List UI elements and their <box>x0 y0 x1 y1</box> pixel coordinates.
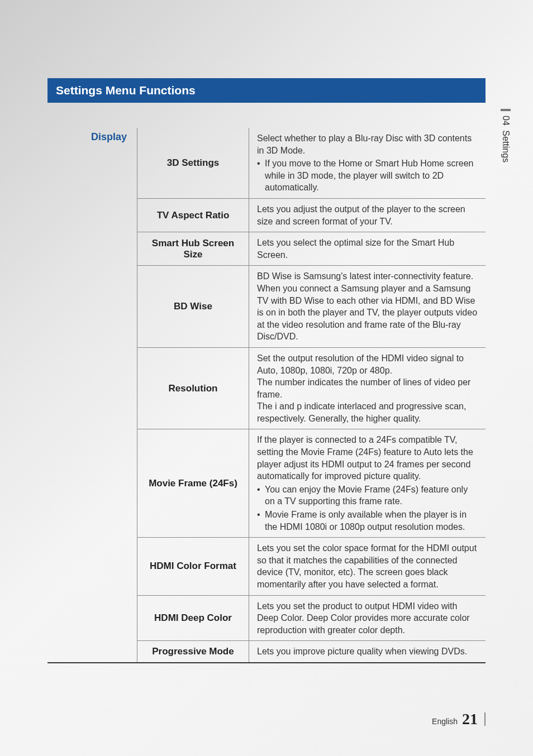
desc-text: If the player is connected to a 24Fs com… <box>257 434 478 482</box>
table-row: TV Aspect Ratio Lets you adjust the outp… <box>137 199 486 232</box>
side-tab-label: Settings <box>501 130 511 162</box>
page-footer: English 21 <box>432 710 486 728</box>
footer-divider-icon <box>484 712 486 726</box>
desc-bullet: You can enjoy the Movie Frame (24Fs) fea… <box>257 484 478 508</box>
setting-name-hdmi-deep: HDMI Deep Color <box>137 596 249 641</box>
setting-name-progressive: Progressive Mode <box>137 641 249 662</box>
table-row: 3D Settings Select whether to play a Blu… <box>137 128 486 199</box>
table-row: Progressive Mode Lets you improve pictur… <box>137 641 486 662</box>
table-row: BD Wise BD Wise is Samsung's latest inte… <box>137 266 486 348</box>
table-row: Movie Frame (24Fs) If the player is conn… <box>137 429 486 538</box>
settings-column: 3D Settings Select whether to play a Blu… <box>137 128 486 662</box>
category-label: Display <box>47 128 137 662</box>
table-row: HDMI Color Format Lets you set the color… <box>137 538 486 595</box>
setting-name-hdmi-color: HDMI Color Format <box>137 538 249 595</box>
side-tab: 04 Settings <box>501 109 511 162</box>
setting-desc-progressive: Lets you improve picture quality when vi… <box>249 641 486 662</box>
setting-name-smart-hub: Smart Hub Screen Size <box>137 232 249 265</box>
setting-desc-hdmi-deep: Lets you set the product to output HDMI … <box>249 596 486 641</box>
setting-desc-hdmi-color: Lets you set the color space format for … <box>249 538 486 595</box>
setting-desc-movie-frame: If the player is connected to a 24Fs com… <box>249 429 486 537</box>
desc-text: Set the output resolution of the HDMI vi… <box>257 352 478 376</box>
desc-text: Select whether to play a Blu-ray Disc wi… <box>257 132 478 156</box>
setting-name-movie-frame: Movie Frame (24Fs) <box>137 429 249 537</box>
setting-name-bd-wise: BD Wise <box>137 266 249 347</box>
table-row: HDMI Deep Color Lets you set the product… <box>137 596 486 642</box>
desc-text: The i and p indicate interlaced and prog… <box>257 400 478 424</box>
setting-desc-tv-aspect: Lets you adjust the output of the player… <box>249 199 486 232</box>
section-header: Settings Menu Functions <box>47 78 486 103</box>
setting-name-tv-aspect: TV Aspect Ratio <box>137 199 249 232</box>
setting-name-resolution: Resolution <box>137 348 249 429</box>
footer-language: English <box>432 717 458 726</box>
footer-page-number: 21 <box>462 710 478 728</box>
desc-text: The number indicates the number of lines… <box>257 376 478 400</box>
setting-desc-3d: Select whether to play a Blu-ray Disc wi… <box>249 128 486 198</box>
side-tab-number: 04 <box>501 116 511 126</box>
settings-table: Display 3D Settings Select whether to pl… <box>47 128 486 663</box>
table-row: Smart Hub Screen Size Lets you select th… <box>137 232 486 266</box>
desc-bullet: If you move to the Home or Smart Hub Hom… <box>257 157 478 194</box>
page-content: Settings Menu Functions Display 3D Setti… <box>0 0 533 663</box>
setting-name-3d: 3D Settings <box>137 128 249 198</box>
setting-desc-resolution: Set the output resolution of the HDMI vi… <box>249 348 486 429</box>
setting-desc-smart-hub: Lets you select the optimal size for the… <box>249 232 486 265</box>
table-row: Resolution Set the output resolution of … <box>137 348 486 430</box>
setting-desc-bd-wise: BD Wise is Samsung's latest inter-connec… <box>249 266 486 347</box>
desc-bullet: Movie Frame is only available when the p… <box>257 509 478 533</box>
